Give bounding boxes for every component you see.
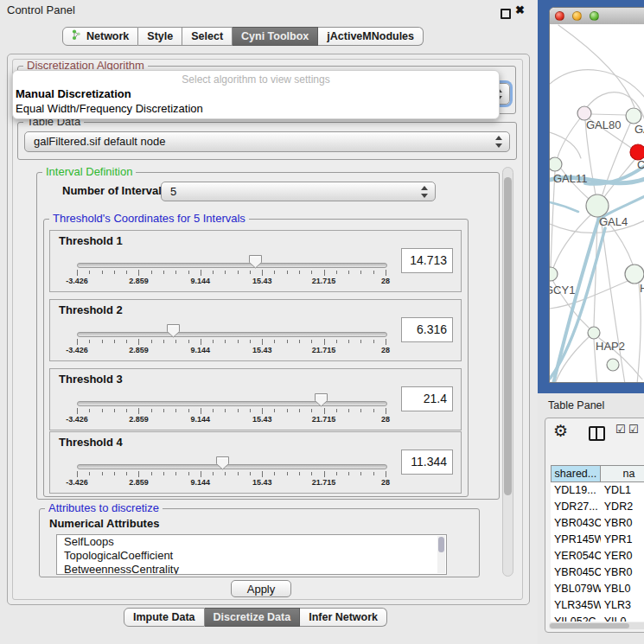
- table-row[interactable]: YBR043CYBR0: [551, 515, 644, 532]
- number-of-intervals-value: 5: [170, 185, 176, 198]
- zoom-button[interactable]: [590, 11, 599, 21]
- table-cell[interactable]: YBR0: [601, 564, 644, 581]
- table-cell[interactable]: YIL0: [601, 614, 644, 622]
- bottom-tab-infer-network[interactable]: Infer Network: [300, 608, 387, 627]
- close-button[interactable]: [555, 11, 564, 21]
- slider-ticks: [77, 471, 386, 478]
- tab-cyni-toolbox[interactable]: Cyni Toolbox: [233, 27, 318, 46]
- table-cell[interactable]: YPR145W: [551, 532, 601, 548]
- table-cell[interactable]: YBL0: [601, 581, 644, 597]
- table-row[interactable]: YPR145WYPR1: [551, 532, 644, 548]
- slider-tick-labels: -3.4262.8599.14415.4321.71528: [77, 277, 386, 286]
- threshold-value-field[interactable]: 14.713: [401, 248, 453, 273]
- bottom-tab-discretize-data[interactable]: Discretize Data: [205, 608, 301, 627]
- network-node-gcy1[interactable]: [550, 267, 558, 281]
- threshold-slider-track[interactable]: [77, 464, 387, 469]
- table-hscrollbar-thumb[interactable]: [550, 623, 629, 628]
- minimize-button[interactable]: [572, 11, 582, 21]
- table-cell[interactable]: YBR043C: [551, 515, 601, 532]
- network-view-window[interactable]: GAL80GACGAL11GAL4GCY1HHAP2: [549, 7, 644, 383]
- threshold-value-field[interactable]: 6.316: [401, 317, 453, 342]
- threshold-slider-track[interactable]: [77, 263, 387, 268]
- threshold-label: Threshold 4: [59, 436, 123, 449]
- float-icon[interactable]: [501, 9, 511, 19]
- split-columns-icon[interactable]: [589, 426, 605, 441]
- node-table: shared...naYDL19...YDL1YDR27...YDR2YBR04…: [551, 465, 644, 622]
- table-row[interactable]: YBR045CYBR0: [551, 564, 644, 581]
- table-cell[interactable]: YLR345W: [551, 597, 601, 614]
- network-node-gal4[interactable]: [586, 194, 609, 217]
- list-scrollbar[interactable]: [437, 536, 445, 573]
- number-of-intervals-label: Number of Intervals: [62, 184, 168, 197]
- table-cell[interactable]: YBR045C: [551, 564, 601, 581]
- threshold-value-field[interactable]: 21.4: [401, 386, 453, 411]
- panel-title: Control Panel: [7, 3, 75, 16]
- tab-network[interactable]: Network: [62, 27, 138, 46]
- dropdown-item[interactable]: Equal Width/Frequency Discretization: [16, 102, 203, 115]
- threshold-slider-thumb[interactable]: [215, 456, 230, 470]
- table-cell[interactable]: YDL1: [601, 482, 644, 499]
- threshold-label: Threshold 1: [59, 234, 123, 247]
- network-node-gal11[interactable]: [550, 157, 562, 171]
- threshold-slider-thumb[interactable]: [314, 392, 328, 407]
- table-row[interactable]: YDR27...YDR2: [551, 499, 644, 515]
- threshold-label: Threshold 2: [59, 303, 123, 316]
- settings-scrollbar-thumb[interactable]: [504, 177, 512, 495]
- table-cell[interactable]: YPR1: [601, 532, 644, 548]
- close-icon[interactable]: ✖: [515, 3, 525, 16]
- bottom-tab-impute-data[interactable]: Impute Data: [124, 608, 205, 627]
- threshold-slider-track[interactable]: [77, 332, 387, 337]
- network-icon: [72, 29, 82, 43]
- table-row[interactable]: YDL19...YDL1: [551, 482, 644, 499]
- threshold-value-field[interactable]: 11.344: [401, 450, 453, 475]
- network-window-titlebar[interactable]: [550, 8, 644, 25]
- node-label: GAL4: [599, 215, 628, 228]
- table-hscrollbar[interactable]: [549, 622, 644, 629]
- table-row[interactable]: YER054CYER0: [551, 548, 644, 564]
- tab-label: Discretize Data: [214, 611, 291, 623]
- list-scrollbar-thumb[interactable]: [438, 537, 444, 552]
- network-node-ga[interactable]: [626, 108, 641, 124]
- attribute-item[interactable]: BetweennessCentrality: [57, 563, 446, 575]
- thresholds-group-title: Threshold's Coordinates for 5 Intervals: [49, 213, 249, 225]
- gear-icon[interactable]: ⚙: [553, 421, 568, 441]
- interval-definition-title: Interval Definition: [42, 166, 136, 178]
- table-cell[interactable]: YBL079W: [551, 581, 601, 597]
- threshold-slider-track[interactable]: [77, 401, 387, 406]
- tab-jactivemnodules[interactable]: jActiveMNodules: [318, 27, 424, 46]
- node-label: GA: [634, 123, 644, 136]
- attribute-item[interactable]: SelfLoops: [57, 535, 446, 549]
- apply-button[interactable]: Apply: [231, 580, 291, 597]
- column-header[interactable]: shared...: [551, 465, 601, 482]
- table-row[interactable]: YIL052CYIL0: [551, 614, 644, 622]
- table-cell[interactable]: YBR0: [601, 515, 644, 532]
- tab-label: Style: [147, 30, 173, 42]
- table-cell[interactable]: YDL19...: [551, 482, 601, 499]
- threshold-slider-thumb[interactable]: [248, 254, 263, 269]
- table-cell[interactable]: YIL052C: [551, 614, 601, 622]
- network-node-h[interactable]: [625, 265, 644, 284]
- network-canvas[interactable]: GAL80GACGAL11GAL4GCY1HHAP2: [550, 24, 644, 383]
- number-of-intervals-combobox[interactable]: 5: [161, 182, 436, 201]
- dropdown-item[interactable]: Manual Discretization: [16, 87, 131, 100]
- table-cell[interactable]: YER0: [601, 548, 644, 564]
- checkbox-icon[interactable]: ☑: [615, 423, 626, 436]
- table-row[interactable]: YBL079WYBL0: [551, 581, 644, 597]
- screen: Control Panel ✖ NetworkStyleSelectCyni T…: [0, 0, 644, 644]
- threshold-slider-thumb[interactable]: [166, 323, 181, 338]
- tab-select[interactable]: Select: [182, 27, 233, 46]
- table-cell[interactable]: YDR2: [601, 499, 644, 515]
- attribute-item[interactable]: TopologicalCoefficient: [57, 549, 446, 563]
- column-header[interactable]: na: [601, 465, 644, 482]
- threshold-panel-2: Threshold 2-3.4262.8599.14415.4321.71528…: [49, 299, 462, 361]
- network-node[interactable]: [607, 359, 619, 371]
- table-data-combobox[interactable]: galFiltered.sif default node: [24, 131, 510, 152]
- table-row[interactable]: YLR345WYLR3: [551, 597, 644, 614]
- checkbox-icon[interactable]: ☑: [628, 423, 639, 436]
- network-node-hap2[interactable]: [588, 327, 600, 339]
- tab-style[interactable]: Style: [138, 27, 182, 46]
- table-cell[interactable]: YDR27...: [551, 499, 601, 515]
- numerical-attributes-list[interactable]: SelfLoopsTopologicalCoefficientBetweenne…: [56, 534, 447, 575]
- table-cell[interactable]: YLR3: [601, 597, 644, 614]
- table-cell[interactable]: YER054C: [551, 548, 601, 564]
